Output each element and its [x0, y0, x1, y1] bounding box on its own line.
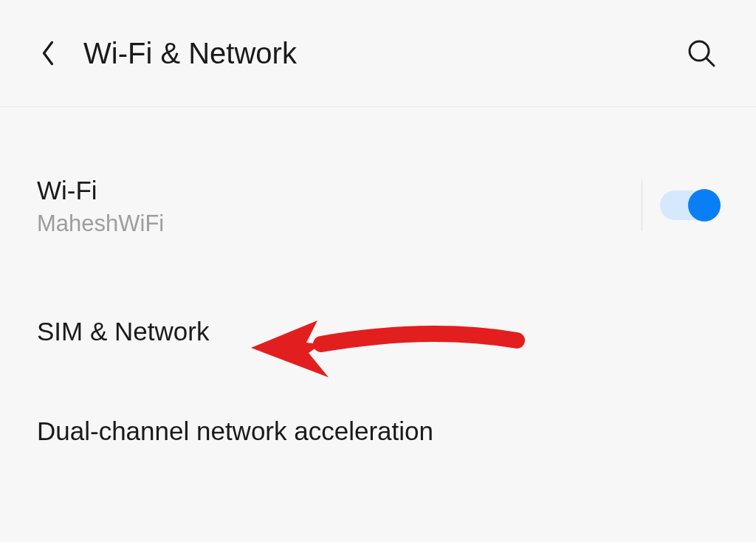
setting-sim-text: SIM & Network — [37, 315, 719, 349]
setting-wifi-title: Wi-Fi — [37, 174, 642, 207]
setting-sim-network[interactable]: SIM & Network — [37, 300, 719, 363]
setting-wifi-subtitle: MaheshWiFi — [37, 210, 642, 237]
setting-sim-title: SIM & Network — [37, 315, 719, 349]
search-icon — [687, 38, 716, 68]
svg-line-1 — [707, 58, 714, 66]
toggle-knob — [688, 189, 721, 222]
setting-dual-title: Dual-channel network acceleration — [37, 414, 719, 448]
setting-dual-text: Dual-channel network acceleration — [37, 414, 719, 448]
search-button[interactable] — [684, 35, 719, 71]
header: Wi-Fi & Network — [0, 0, 756, 107]
chevron-left-icon — [40, 39, 56, 67]
wifi-toggle[interactable] — [660, 191, 719, 220]
setting-wifi[interactable]: Wi-Fi MaheshWiFi — [37, 159, 719, 252]
back-button[interactable] — [33, 38, 63, 68]
toggle-container — [642, 179, 719, 231]
settings-list: Wi-Fi MaheshWiFi SIM & Network Dual-chan… — [0, 107, 756, 463]
page-title: Wi-Fi & Network — [83, 37, 684, 70]
setting-dual-channel[interactable]: Dual-channel network acceleration — [37, 399, 719, 463]
setting-wifi-text: Wi-Fi MaheshWiFi — [37, 174, 642, 237]
